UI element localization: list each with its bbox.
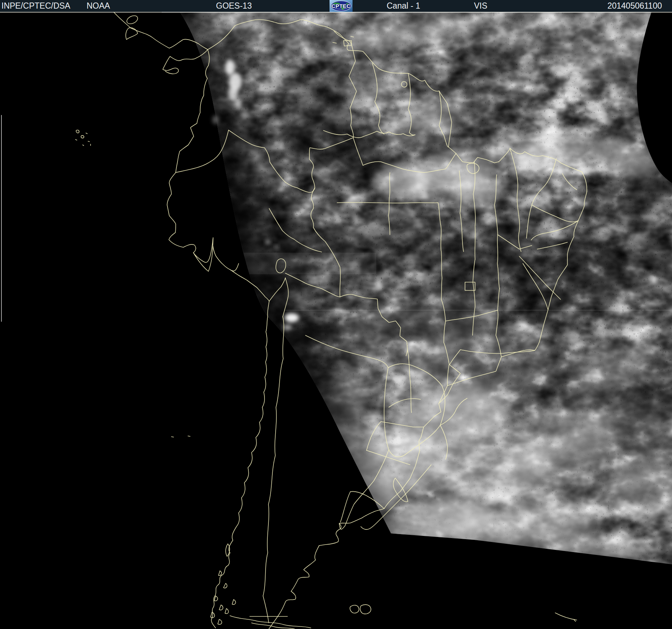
scan-seam-band [238,253,376,274]
channel-label: Canal - 1 [387,0,420,12]
cptec-logo-icon: CPTEC [330,0,353,12]
satellite-label: GOES-13 [216,0,252,12]
satellite-image [0,12,672,629]
timestamp-label: 201405061100 [607,0,662,12]
goes13-satellite-viewer: INPE/CPTEC/DSA NOAA GOES-13 CPTEC Canal … [0,0,672,629]
noaa-label: NOAA [87,0,110,12]
band-label: VIS [474,0,487,12]
cptec-logo-text: CPTEC [330,0,353,12]
header-bar: INPE/CPTEC/DSA NOAA GOES-13 CPTEC Canal … [0,0,672,12]
agency-label: INPE/CPTEC/DSA [1,0,70,12]
satellite-scene [0,12,672,629]
scan-seam-line [284,310,672,311]
